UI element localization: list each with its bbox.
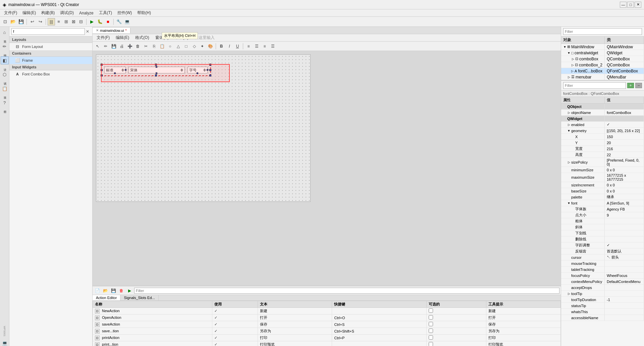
prop-row-0[interactable]: QObject	[561, 104, 644, 110]
et-cut[interactable]: ✂	[142, 43, 150, 50]
close-button[interactable]: ✕	[635, 2, 641, 8]
et-print[interactable]: 🖨	[118, 43, 125, 50]
et-pencil[interactable]: ✏	[102, 43, 109, 50]
sidebar-item-frame[interactable]: ⬜ Frame	[9, 57, 92, 64]
obj-row-3[interactable]: ▷ ⊡ comboBox_2 QComboBox	[561, 62, 644, 68]
et-save[interactable]: 💾	[110, 43, 117, 50]
prop-filter-input[interactable]	[563, 82, 626, 89]
prop-expand-30[interactable]: ▷	[567, 292, 571, 295]
expand-3[interactable]: ▷	[571, 63, 574, 67]
prop-row-25[interactable]: mouseTracking	[561, 261, 644, 267]
prop-row-5[interactable]: X 150	[561, 134, 644, 140]
device-btn[interactable]: 💻	[123, 18, 131, 25]
minimize-button[interactable]: —	[620, 2, 627, 8]
prop-row-27[interactable]: focusPolicy WheelFocus	[561, 273, 644, 279]
bt-new[interactable]: 📄	[94, 287, 101, 294]
prop-row-13[interactable]: baseSize 0 x 0	[561, 188, 644, 194]
new-file-btn[interactable]: ⊡	[1, 18, 9, 25]
settings-btn[interactable]: 🔧	[115, 18, 123, 25]
prop-row-11[interactable]: maximumSize 16777215 x 16777215	[561, 173, 644, 182]
prop-expand-9[interactable]: ▷	[567, 161, 571, 164]
expand-0[interactable]: ▼	[563, 45, 567, 49]
action-checkable-cb-5[interactable]	[429, 342, 433, 346]
action-filter-input[interactable]	[134, 288, 559, 294]
nav-project[interactable]: 📋	[1, 84, 9, 93]
prop-expand-4[interactable]: ▼	[567, 129, 571, 132]
editor-tab-mainwindow[interactable]: ✕ mainwindow.ui *	[93, 28, 130, 33]
prop-row-18[interactable]: 粗体	[561, 218, 644, 224]
canvas-inner[interactable]: 标准	[96, 55, 310, 201]
et-del[interactable]: 🗑	[134, 43, 142, 50]
layout-btn-4[interactable]: ⊠	[70, 18, 77, 25]
layout-btn-1[interactable]: |||	[48, 18, 55, 25]
et-underline[interactable]: U	[234, 43, 241, 50]
menu-analyze[interactable]: Analyze	[76, 10, 96, 16]
object-filter-input[interactable]	[563, 28, 642, 35]
layout-btn-3[interactable]: ⊞	[62, 18, 70, 25]
prop-expand-3[interactable]: ▷	[567, 123, 571, 126]
sidebar-item-form-layout[interactable]: ⊟ Form Layout	[9, 43, 92, 50]
menu-tools[interactable]: 工具(T)	[96, 9, 115, 16]
et-triangle[interactable]: △	[174, 43, 182, 50]
action-checkable-cb-4[interactable]	[429, 335, 433, 340]
search-input[interactable]	[11, 28, 85, 35]
prop-add-btn[interactable]: +	[627, 83, 634, 88]
et-diamond[interactable]: ◇	[191, 43, 198, 50]
save-btn[interactable]: 💾	[17, 18, 25, 25]
menu-build[interactable]: 构建(B)	[39, 9, 57, 16]
prop-row-12[interactable]: sizeIncrement 0 x 0	[561, 182, 644, 188]
et-align-center[interactable]: ☰	[253, 43, 260, 50]
action-checkable-cb-3[interactable]	[429, 329, 433, 333]
editor-menu-file[interactable]: 文件(F)	[94, 34, 112, 41]
prop-row-15[interactable]: ▼ font A [SimSun, 9]	[561, 200, 644, 206]
nav-edit[interactable]: ✏	[1, 42, 9, 50]
prop-row-19[interactable]: 斜体	[561, 224, 644, 230]
editor-menu-edit[interactable]: 编辑(E)	[113, 34, 132, 41]
et-align-left[interactable]: ≡	[245, 43, 252, 50]
prop-row-14[interactable]: palette 继承	[561, 194, 644, 200]
prop-row-26[interactable]: tabletTracking	[561, 267, 644, 273]
action-row-2[interactable]: ⊡ saveAction ✓ 保存 Ctrl+S 保存	[93, 321, 561, 328]
prop-row-8[interactable]: 高度 22	[561, 152, 644, 158]
et-pointer[interactable]: ↖	[94, 43, 101, 50]
obj-row-2[interactable]: ▷ ⊡ comboBox QComboBox	[561, 56, 644, 62]
prop-row-6[interactable]: Y 20	[561, 140, 644, 146]
open-btn[interactable]: 📂	[9, 18, 17, 25]
debug-btn[interactable]: 🐛	[96, 18, 104, 25]
obj-row-1[interactable]: ▼ □ centralwidget QWidget	[561, 50, 644, 56]
et-italic[interactable]: I	[226, 43, 233, 50]
prop-row-4[interactable]: ▼ geometry [(150, 20), 216 x 22]	[561, 128, 644, 134]
expand-4[interactable]: ▷	[571, 69, 574, 73]
sidebar-item-font-combo[interactable]: A Font Combo Box	[9, 70, 92, 78]
action-row-1[interactable]: ⊡ OpenAction ✓ 打开 Ctrl+O 打开	[93, 314, 561, 321]
prop-row-10[interactable]: minimumSize 0 x 0	[561, 167, 644, 173]
action-row-3[interactable]: ⊡ save...tion ✓ 另存为 Ctrl+Shift+S 另存为	[93, 328, 561, 335]
maximize-button[interactable]: □	[627, 2, 634, 8]
editor-menu-format[interactable]: 格式(O)	[132, 34, 152, 41]
action-row-4[interactable]: ⊡ printAction ✓ 打印 Ctrl+P 打印	[93, 335, 561, 341]
expand-2[interactable]: ▷	[571, 57, 575, 61]
prop-row-28[interactable]: contextMenuPolicy DefaultContextMenu	[561, 279, 644, 285]
run-btn[interactable]: ▶	[88, 18, 96, 25]
menu-file[interactable]: 文件(F)	[1, 9, 20, 16]
prop-row-7[interactable]: 宽度 216	[561, 146, 644, 152]
et-rect[interactable]: □	[182, 43, 190, 50]
action-checkable-cb-1[interactable]	[429, 315, 433, 320]
search-clear-btn[interactable]: ✕	[85, 29, 90, 34]
et-circle[interactable]: ○	[166, 43, 174, 50]
prop-row-20[interactable]: 下划线	[561, 230, 644, 236]
editor-canvas[interactable]: 标准	[96, 54, 311, 202]
obj-row-5[interactable]: ▷ ☰ menubar QMenuBar	[561, 74, 644, 80]
bt-open[interactable]: 📂	[102, 287, 109, 294]
prop-row-17[interactable]: 点大小 9	[561, 212, 644, 218]
prop-row-34[interactable]: accessibleName	[561, 315, 644, 321]
menu-controls[interactable]: 控件(W)	[115, 9, 135, 16]
prop-row-16[interactable]: 字体族 Agency FB	[561, 206, 644, 212]
prop-expand-1[interactable]: ▷	[567, 111, 571, 114]
prop-row-22[interactable]: 字距调整 ✓	[561, 242, 644, 248]
et-align-right[interactable]: ≡	[261, 43, 268, 50]
action-row-5[interactable]: ⊡ print...tion ✓ 打印预览 打印预览	[93, 341, 561, 346]
nav-welcome[interactable]: ⌂	[1, 28, 9, 36]
obj-row-4[interactable]: ▷ A fontC...boBox QFontComboBox	[561, 68, 644, 74]
prop-row-9[interactable]: ▷ sizePolicy [Preferred, Fixed, 0, 0]	[561, 158, 644, 167]
